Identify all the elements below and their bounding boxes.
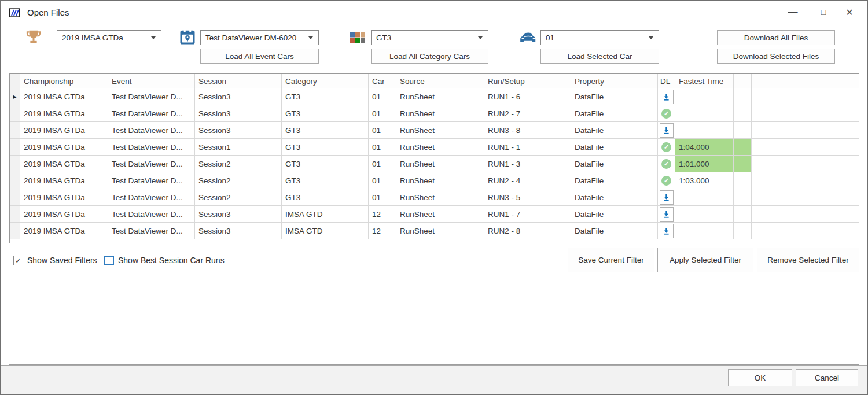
- download-file-button[interactable]: [660, 190, 674, 205]
- remove-selected-filter-button[interactable]: Remove Selected Filter: [757, 248, 859, 272]
- download-file-button[interactable]: [660, 90, 674, 104]
- table-header: ChampionshipEventSessionCategoryCarSourc…: [10, 74, 859, 88]
- car-cell: 01: [369, 88, 396, 105]
- column-header[interactable]: Source: [396, 74, 484, 88]
- car-select[interactable]: 01: [540, 30, 659, 45]
- table-row[interactable]: 2019 IMSA GTDaTest DataViewer D...Sessio…: [10, 223, 859, 239]
- cancel-button[interactable]: Cancel: [796, 369, 858, 386]
- fastest-time-cell: [675, 88, 734, 105]
- show-best-session-car-runs-checkbox[interactable]: [104, 256, 114, 265]
- column-header[interactable]: Car: [369, 74, 396, 88]
- column-header[interactable]: Championship: [20, 74, 108, 88]
- download-file-button[interactable]: [660, 207, 674, 222]
- event-cell: Test DataViewer D...: [108, 139, 195, 156]
- column-header[interactable]: Event: [108, 74, 195, 88]
- blank-cell: [734, 206, 752, 223]
- table-row[interactable]: 2019 IMSA GTDaTest DataViewer D...Sessio…: [10, 139, 859, 156]
- close-button[interactable]: ✕: [836, 1, 863, 24]
- blank-cell: [752, 139, 859, 156]
- column-header[interactable]: Fastest Time: [675, 74, 734, 88]
- blank-cell: [752, 88, 859, 105]
- championship-select[interactable]: 2019 IMSA GTDa: [57, 30, 161, 45]
- trophy-icon: [25, 28, 42, 46]
- maximize-button[interactable]: □: [810, 1, 837, 24]
- source-cell: RunSheet: [396, 105, 484, 122]
- fastest-time-cell: [675, 105, 734, 122]
- run-setup-cell: RUN1 - 3: [484, 156, 571, 172]
- column-header[interactable]: [752, 74, 859, 88]
- blank-cell: [752, 206, 859, 223]
- load-selected-car-button[interactable]: Load Selected Car: [540, 49, 659, 64]
- run-setup-cell: RUN1 - 1: [484, 139, 571, 156]
- event-select[interactable]: Test DataViewer DM-6020: [200, 30, 319, 45]
- dl-cell: ✓: [658, 172, 675, 189]
- download-file-button[interactable]: [660, 123, 674, 138]
- column-header[interactable]: Run/Setup: [484, 74, 571, 88]
- property-cell: DataFile: [571, 172, 658, 189]
- blank-cell: [734, 105, 752, 122]
- table-row[interactable]: 2019 IMSA GTDaTest DataViewer D...Sessio…: [10, 105, 859, 122]
- car-cell: 12: [369, 223, 396, 239]
- column-header[interactable]: Session: [195, 74, 282, 88]
- table-row[interactable]: 2019 IMSA GTDaTest DataViewer D...Sessio…: [10, 156, 859, 172]
- table-row[interactable]: 2019 IMSA GTDaTest DataViewer D...Sessio…: [10, 206, 859, 223]
- championship-cell: 2019 IMSA GTDa: [20, 189, 108, 206]
- column-header[interactable]: Property: [571, 74, 658, 88]
- property-cell: DataFile: [571, 88, 658, 105]
- event-value: Test DataViewer DM-6020: [205, 34, 296, 42]
- car-cell: 01: [369, 156, 396, 172]
- table-row[interactable]: 2019 IMSA GTDaTest DataViewer D...Sessio…: [10, 172, 859, 189]
- run-setup-cell: RUN2 - 7: [484, 105, 571, 122]
- source-cell: RunSheet: [396, 223, 484, 239]
- save-current-filter-button[interactable]: Save Current Filter: [568, 248, 654, 272]
- run-setup-cell: RUN1 - 6: [484, 88, 571, 105]
- blank-cell: [734, 88, 752, 105]
- apply-selected-filter-button[interactable]: Apply Selected Filter: [657, 248, 753, 272]
- championship-cell: 2019 IMSA GTDa: [20, 172, 108, 189]
- championship-cell: 2019 IMSA GTDa: [20, 206, 108, 223]
- dl-cell: ✓: [658, 139, 675, 156]
- table-row[interactable]: 2019 IMSA GTDaTest DataViewer D...Sessio…: [10, 189, 859, 206]
- category-value: GT3: [376, 34, 391, 42]
- load-all-category-cars-button[interactable]: Load All Category Cars: [371, 49, 488, 64]
- event-cell: Test DataViewer D...: [108, 105, 195, 122]
- session-cell: Session2: [195, 156, 282, 172]
- session-cell: Session3: [195, 206, 282, 223]
- table-body: ▶2019 IMSA GTDaTest DataViewer D...Sessi…: [10, 88, 859, 239]
- ok-button[interactable]: OK: [728, 369, 792, 386]
- download-all-files-button[interactable]: Download All Files: [717, 30, 835, 45]
- load-all-event-cars-button[interactable]: Load All Event Cars: [200, 49, 319, 64]
- minimize-button[interactable]: —: [779, 1, 806, 24]
- download-selected-files-button[interactable]: Download Selected Files: [717, 49, 835, 64]
- blank-cell: [752, 189, 859, 206]
- column-header[interactable]: DL: [658, 74, 675, 88]
- show-saved-filters-checkbox-group[interactable]: ✓ Show Saved Filters: [13, 254, 97, 266]
- saved-filters-list[interactable]: [9, 275, 859, 365]
- show-best-session-car-runs-checkbox-group[interactable]: Show Best Session Car Runs: [104, 254, 225, 266]
- download-file-button[interactable]: [660, 224, 674, 238]
- row-selector: [10, 189, 20, 206]
- row-selector: [10, 156, 20, 172]
- source-cell: RunSheet: [396, 172, 484, 189]
- column-header: [10, 74, 20, 88]
- property-cell: DataFile: [571, 206, 658, 223]
- blank-cell: [752, 223, 859, 239]
- source-cell: RunSheet: [396, 156, 484, 172]
- downloaded-check-icon: ✓: [661, 176, 671, 186]
- source-cell: RunSheet: [396, 189, 484, 206]
- table-row[interactable]: 2019 IMSA GTDaTest DataViewer D...Sessio…: [10, 122, 859, 139]
- column-header[interactable]: [734, 74, 752, 88]
- show-best-session-car-runs-label: Show Best Session Car Runs: [118, 256, 225, 265]
- column-header[interactable]: Category: [282, 74, 369, 88]
- event-cell: Test DataViewer D...: [108, 223, 195, 239]
- dl-cell: [658, 189, 675, 206]
- car-cell: 01: [369, 122, 396, 139]
- show-saved-filters-checkbox[interactable]: ✓: [13, 256, 23, 265]
- run-setup-cell: RUN3 - 8: [484, 122, 571, 139]
- category-select[interactable]: GT3: [371, 30, 488, 45]
- table-row[interactable]: ▶2019 IMSA GTDaTest DataViewer D...Sessi…: [10, 88, 859, 105]
- category-cell: GT3: [282, 139, 369, 156]
- fastest-time-cell: 1:03.000: [675, 172, 734, 189]
- championship-cell: 2019 IMSA GTDa: [20, 88, 108, 105]
- fastest-time-cell: [675, 189, 734, 206]
